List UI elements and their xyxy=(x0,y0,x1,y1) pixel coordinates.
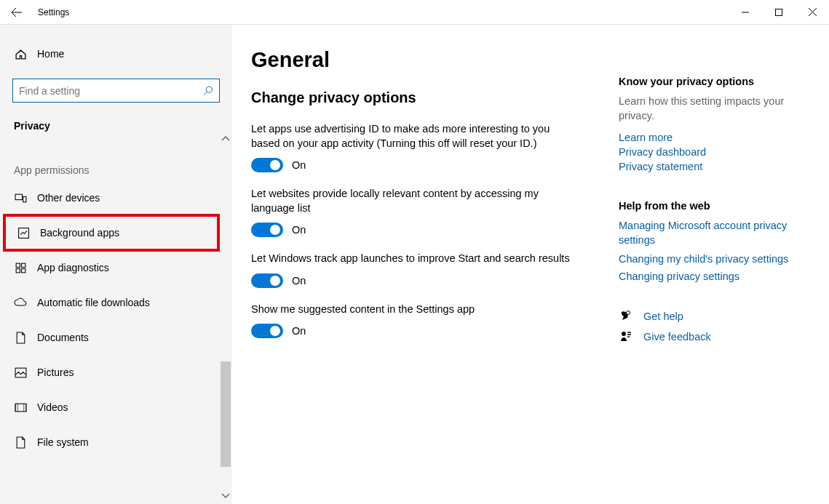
pictures-icon xyxy=(14,367,27,378)
sidebar-item-label: App diagnostics xyxy=(37,262,109,273)
cloud-icon xyxy=(14,297,27,308)
scrollbar-thumb[interactable] xyxy=(221,361,231,467)
window-title: Settings xyxy=(38,7,69,17)
side-column: Know your privacy options Learn how this… xyxy=(619,48,812,504)
sidebar-item-videos[interactable]: Videos xyxy=(0,390,232,425)
toggle-advertising-id[interactable] xyxy=(251,158,283,172)
sidebar-item-label: Other devices xyxy=(37,192,100,204)
page-title: General xyxy=(251,48,619,72)
title-bar: Settings xyxy=(0,0,829,25)
sub-heading: Change privacy options xyxy=(251,89,619,106)
maximize-button[interactable] xyxy=(762,0,796,25)
know-privacy-block: Know your privacy options Learn how this… xyxy=(619,76,812,172)
feedback-icon xyxy=(619,330,633,343)
link-child-privacy[interactable]: Changing my child's privacy settings xyxy=(619,253,812,265)
sidebar-item-label: Automatic file downloads xyxy=(37,297,150,308)
know-title: Know your privacy options xyxy=(619,76,812,87)
toggle-language-list[interactable] xyxy=(251,223,283,237)
link-managing-account-privacy[interactable]: Managing Microsoft account privacy setti… xyxy=(619,219,812,247)
svg-rect-6 xyxy=(21,263,25,267)
link-give-feedback[interactable]: Give feedback xyxy=(643,331,711,343)
sidebar-item-file-system[interactable]: File system xyxy=(0,425,232,460)
sidebar-item-app-diagnostics[interactable]: App diagnostics xyxy=(0,250,232,285)
section-title: App permissions xyxy=(0,132,232,180)
home-nav[interactable]: Home xyxy=(0,38,232,70)
sidebar-item-other-devices[interactable]: Other devices xyxy=(0,180,232,215)
toggle-state: On xyxy=(292,224,306,236)
toggle-suggested-content[interactable] xyxy=(251,324,283,338)
give-feedback-row[interactable]: Give feedback xyxy=(619,330,812,343)
svg-rect-0 xyxy=(776,9,782,15)
search-icon xyxy=(202,85,213,96)
svg-point-11 xyxy=(627,311,630,315)
option-advertising-id: Let apps use advertising ID to make ads … xyxy=(251,122,571,172)
sidebar-item-label: Documents xyxy=(37,332,89,343)
scroll-up-icon[interactable] xyxy=(221,135,230,143)
svg-rect-10 xyxy=(15,404,26,412)
svg-rect-5 xyxy=(16,263,20,267)
link-get-help[interactable]: Get help xyxy=(643,311,683,322)
sidebar-item-label: Videos xyxy=(37,401,68,413)
close-button[interactable] xyxy=(796,0,829,25)
toggle-state: On xyxy=(292,275,306,287)
sidebar-item-auto-file-downloads[interactable]: Automatic file downloads xyxy=(0,285,232,320)
toggle-state: On xyxy=(292,159,306,171)
sidebar-item-label: Pictures xyxy=(37,367,74,378)
link-privacy-dashboard[interactable]: Privacy dashboard xyxy=(619,146,812,158)
actions-block: Get help Give feedback xyxy=(619,310,812,343)
scroll-down-icon[interactable] xyxy=(221,492,230,501)
svg-rect-3 xyxy=(23,196,25,201)
option-desc: Let websites provide locally relevant co… xyxy=(251,187,571,215)
home-label: Home xyxy=(37,48,64,60)
svg-point-12 xyxy=(622,332,626,336)
sidebar-item-pictures[interactable]: Pictures xyxy=(0,355,232,390)
toggle-state: On xyxy=(292,325,306,337)
link-privacy-statement[interactable]: Privacy statement xyxy=(619,161,812,172)
option-desc: Let apps use advertising ID to make ads … xyxy=(251,122,571,151)
app-diagnostics-icon xyxy=(14,262,27,274)
help-web-block: Help from the web Managing Microsoft acc… xyxy=(619,200,812,282)
sidebar: Home Privacy App permissions Other devic… xyxy=(0,25,232,504)
search-input[interactable] xyxy=(12,79,220,103)
svg-rect-8 xyxy=(21,268,25,272)
option-language-list: Let websites provide locally relevant co… xyxy=(251,187,571,237)
option-track-launches: Let Windows track app launches to improv… xyxy=(251,252,571,288)
category-heading: Privacy xyxy=(0,103,232,132)
get-help-row[interactable]: Get help xyxy=(619,310,812,323)
get-help-icon xyxy=(619,310,633,323)
link-changing-privacy[interactable]: Changing privacy settings xyxy=(619,271,812,282)
toggle-track-launches[interactable] xyxy=(251,273,283,288)
minimize-button[interactable] xyxy=(729,0,762,25)
home-icon xyxy=(14,48,27,60)
sidebar-item-documents[interactable]: Documents xyxy=(0,320,232,355)
background-apps-icon xyxy=(17,227,30,239)
sidebar-item-background-apps[interactable]: Background apps xyxy=(3,214,220,252)
svg-rect-7 xyxy=(16,268,20,272)
sidebar-item-label: Background apps xyxy=(40,227,119,239)
svg-rect-9 xyxy=(15,368,26,377)
sidebar-item-label: File system xyxy=(37,436,89,448)
option-desc: Show me suggested content in the Setting… xyxy=(251,303,571,317)
option-desc: Let Windows track app launches to improv… xyxy=(251,252,571,266)
videos-icon xyxy=(14,403,27,412)
file-system-icon xyxy=(14,436,27,449)
know-desc: Learn how this setting impacts your priv… xyxy=(619,95,812,123)
help-title: Help from the web xyxy=(619,200,812,212)
back-button[interactable] xyxy=(1,0,32,25)
svg-rect-2 xyxy=(15,194,23,199)
option-suggested-content: Show me suggested content in the Setting… xyxy=(251,303,571,339)
document-icon xyxy=(14,332,27,344)
other-devices-icon xyxy=(14,192,27,204)
main-content: General Change privacy options Let apps … xyxy=(232,25,829,504)
link-learn-more[interactable]: Learn more xyxy=(619,132,812,143)
